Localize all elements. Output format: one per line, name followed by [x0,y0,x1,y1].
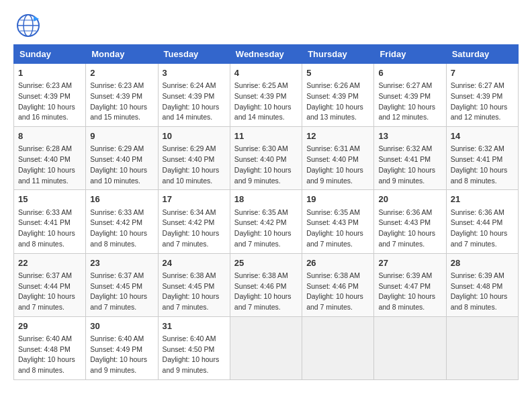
calendar-table: SundayMondayTuesdayWednesdayThursdayFrid… [13,44,519,380]
calendar-header-row: SundayMondayTuesdayWednesdayThursdayFrid… [14,45,519,64]
day-info: Sunrise: 6:36 AMSunset: 4:44 PMDaylight:… [451,208,514,250]
day-info: Sunrise: 6:38 AMSunset: 4:45 PMDaylight:… [163,271,226,313]
day-number: 10 [163,130,226,142]
calendar-cell: 20Sunrise: 6:36 AMSunset: 4:43 PMDayligh… [374,190,446,253]
day-number: 14 [451,130,514,142]
day-info: Sunrise: 6:37 AMSunset: 4:45 PMDaylight:… [90,271,153,313]
day-number: 9 [90,130,153,142]
calendar-cell: 14Sunrise: 6:32 AMSunset: 4:41 PMDayligh… [446,127,518,190]
calendar-cell: 11Sunrise: 6:30 AMSunset: 4:40 PMDayligh… [230,127,302,190]
calendar-header-friday: Friday [374,45,446,64]
day-number: 15 [18,193,81,205]
day-number: 19 [306,193,369,205]
day-number: 12 [306,130,369,142]
day-number: 23 [90,257,153,269]
calendar-cell: 27Sunrise: 6:39 AMSunset: 4:47 PMDayligh… [374,253,446,316]
calendar-cell: 3Sunrise: 6:24 AMSunset: 4:39 PMDaylight… [158,64,230,127]
day-info: Sunrise: 6:33 AMSunset: 4:42 PMDaylight:… [90,208,153,250]
day-number: 29 [18,320,81,332]
day-number: 17 [163,193,226,205]
calendar-cell: 22Sunrise: 6:37 AMSunset: 4:44 PMDayligh… [14,253,86,316]
day-number: 7 [451,67,514,79]
day-info: Sunrise: 6:34 AMSunset: 4:42 PMDaylight:… [163,208,226,250]
day-info: Sunrise: 6:25 AMSunset: 4:39 PMDaylight:… [234,81,298,123]
day-info: Sunrise: 6:27 AMSunset: 4:39 PMDaylight:… [378,81,441,123]
calendar-week-row: 15Sunrise: 6:33 AMSunset: 4:41 PMDayligh… [14,190,519,253]
day-info: Sunrise: 6:32 AMSunset: 4:41 PMDaylight:… [378,144,441,186]
calendar-cell: 6Sunrise: 6:27 AMSunset: 4:39 PMDaylight… [374,64,446,127]
day-info: Sunrise: 6:37 AMSunset: 4:44 PMDaylight:… [18,271,81,313]
calendar-cell: 1Sunrise: 6:23 AMSunset: 4:39 PMDaylight… [14,64,86,127]
day-number: 21 [451,193,514,205]
calendar-header-wednesday: Wednesday [230,45,302,64]
calendar-week-row: 22Sunrise: 6:37 AMSunset: 4:44 PMDayligh… [14,253,519,316]
day-info: Sunrise: 6:40 AMSunset: 4:48 PMDaylight:… [18,334,81,376]
calendar-cell: 18Sunrise: 6:35 AMSunset: 4:42 PMDayligh… [230,190,302,253]
calendar-cell [374,316,446,379]
day-number: 25 [234,257,298,269]
calendar-cell: 10Sunrise: 6:29 AMSunset: 4:40 PMDayligh… [158,127,230,190]
calendar-cell: 17Sunrise: 6:34 AMSunset: 4:42 PMDayligh… [158,190,230,253]
calendar-header-sunday: Sunday [14,45,86,64]
calendar-cell: 5Sunrise: 6:26 AMSunset: 4:39 PMDaylight… [302,64,374,127]
day-number: 24 [163,257,226,269]
page-header [13,13,519,38]
day-info: Sunrise: 6:27 AMSunset: 4:39 PMDaylight:… [451,81,514,123]
day-info: Sunrise: 6:29 AMSunset: 4:40 PMDaylight:… [90,144,153,186]
day-number: 4 [234,67,298,79]
calendar-cell: 26Sunrise: 6:38 AMSunset: 4:46 PMDayligh… [302,253,374,316]
calendar-cell: 13Sunrise: 6:32 AMSunset: 4:41 PMDayligh… [374,127,446,190]
day-number: 28 [451,257,514,269]
day-info: Sunrise: 6:35 AMSunset: 4:43 PMDaylight:… [306,208,369,250]
day-number: 13 [378,130,441,142]
logo [13,13,46,38]
day-number: 6 [378,67,441,79]
calendar-cell: 7Sunrise: 6:27 AMSunset: 4:39 PMDaylight… [446,64,518,127]
day-info: Sunrise: 6:39 AMSunset: 4:47 PMDaylight:… [378,271,441,313]
day-info: Sunrise: 6:40 AMSunset: 4:49 PMDaylight:… [90,334,153,376]
calendar-cell [446,316,518,379]
calendar-cell: 21Sunrise: 6:36 AMSunset: 4:44 PMDayligh… [446,190,518,253]
calendar-cell: 19Sunrise: 6:35 AMSunset: 4:43 PMDayligh… [302,190,374,253]
day-number: 27 [378,257,441,269]
day-info: Sunrise: 6:23 AMSunset: 4:39 PMDaylight:… [90,81,153,123]
calendar-week-row: 8Sunrise: 6:28 AMSunset: 4:40 PMDaylight… [14,127,519,190]
day-info: Sunrise: 6:29 AMSunset: 4:40 PMDaylight:… [163,144,226,186]
calendar-cell: 23Sunrise: 6:37 AMSunset: 4:45 PMDayligh… [86,253,158,316]
day-info: Sunrise: 6:24 AMSunset: 4:39 PMDaylight:… [163,81,226,123]
day-info: Sunrise: 6:35 AMSunset: 4:42 PMDaylight:… [234,208,298,250]
day-info: Sunrise: 6:33 AMSunset: 4:41 PMDaylight:… [18,208,81,250]
day-number: 31 [163,320,226,332]
day-number: 18 [234,193,298,205]
calendar-cell: 25Sunrise: 6:38 AMSunset: 4:46 PMDayligh… [230,253,302,316]
day-number: 11 [234,130,298,142]
calendar-header-saturday: Saturday [446,45,518,64]
day-info: Sunrise: 6:30 AMSunset: 4:40 PMDaylight:… [234,144,298,186]
day-number: 30 [90,320,153,332]
calendar-week-row: 29Sunrise: 6:40 AMSunset: 4:48 PMDayligh… [14,316,519,379]
day-info: Sunrise: 6:40 AMSunset: 4:50 PMDaylight:… [163,334,226,376]
day-number: 16 [90,193,153,205]
day-info: Sunrise: 6:31 AMSunset: 4:40 PMDaylight:… [306,144,369,186]
calendar-cell: 24Sunrise: 6:38 AMSunset: 4:45 PMDayligh… [158,253,230,316]
day-number: 2 [90,67,153,79]
day-number: 20 [378,193,441,205]
calendar-cell: 15Sunrise: 6:33 AMSunset: 4:41 PMDayligh… [14,190,86,253]
day-info: Sunrise: 6:26 AMSunset: 4:39 PMDaylight:… [306,81,369,123]
day-info: Sunrise: 6:39 AMSunset: 4:48 PMDaylight:… [451,271,514,313]
calendar-cell: 31Sunrise: 6:40 AMSunset: 4:50 PMDayligh… [158,316,230,379]
calendar-header-thursday: Thursday [302,45,374,64]
day-info: Sunrise: 6:38 AMSunset: 4:46 PMDaylight:… [234,271,298,313]
day-info: Sunrise: 6:28 AMSunset: 4:40 PMDaylight:… [18,144,81,186]
day-number: 8 [18,130,81,142]
calendar-cell: 9Sunrise: 6:29 AMSunset: 4:40 PMDaylight… [86,127,158,190]
calendar-cell: 28Sunrise: 6:39 AMSunset: 4:48 PMDayligh… [446,253,518,316]
calendar-cell: 4Sunrise: 6:25 AMSunset: 4:39 PMDaylight… [230,64,302,127]
calendar-header-tuesday: Tuesday [158,45,230,64]
day-info: Sunrise: 6:23 AMSunset: 4:39 PMDaylight:… [18,81,81,123]
logo-icon [13,13,43,38]
day-number: 1 [18,67,81,79]
calendar-cell: 16Sunrise: 6:33 AMSunset: 4:42 PMDayligh… [86,190,158,253]
calendar-week-row: 1Sunrise: 6:23 AMSunset: 4:39 PMDaylight… [14,64,519,127]
calendar-cell [230,316,302,379]
